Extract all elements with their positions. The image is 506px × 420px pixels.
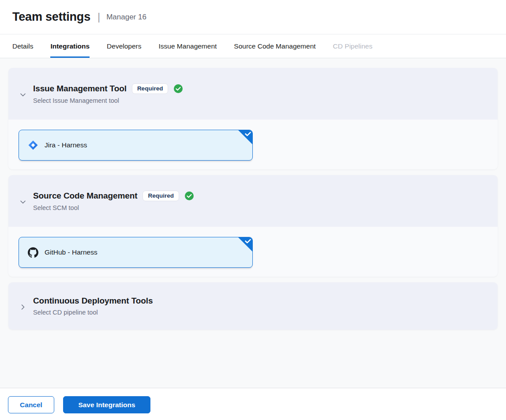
tab-integrations[interactable]: Integrations [50, 34, 90, 58]
section-subtitle: Select SCM tool [33, 204, 194, 211]
required-badge: Required [132, 83, 169, 94]
tab-cd-pipelines[interactable]: CD Pipelines [333, 34, 373, 58]
section-cd-header[interactable]: Continuous Deployment Tools Select CD pi… [8, 282, 498, 330]
github-icon [28, 247, 38, 258]
required-badge: Required [142, 191, 179, 202]
tab-source-code-management[interactable]: Source Code Management [234, 34, 315, 58]
cancel-button[interactable]: Cancel [8, 396, 54, 413]
section-issue-management-header[interactable]: Issue Management Tool Required Select Is… [8, 68, 498, 120]
tool-card-jira-harness[interactable]: Jira - Harness [19, 130, 253, 161]
title-separator: | [97, 11, 100, 23]
section-scm-header[interactable]: Source Code Management Required Select S… [8, 175, 498, 227]
section-subtitle: Select CD pipeline tool [33, 309, 153, 316]
chevron-down-icon [19, 91, 27, 99]
section-title: Continuous Deployment Tools [33, 296, 153, 306]
jira-icon [28, 140, 38, 150]
section-issue-management-body: Jira - Harness [8, 120, 498, 169]
tool-label: Jira - Harness [45, 141, 87, 149]
section-issue-management-tool: Issue Management Tool Required Select Is… [8, 68, 498, 169]
section-title: Source Code Management [33, 191, 137, 201]
selected-check-corner-icon [238, 237, 253, 252]
section-continuous-deployment-tools: Continuous Deployment Tools Select CD pi… [8, 282, 498, 330]
chevron-right-icon [19, 303, 27, 311]
check-circle-icon [173, 84, 183, 94]
tool-label: GitHub - Harness [45, 248, 97, 256]
save-integrations-button[interactable]: Save Integrations [63, 396, 150, 413]
tab-bar: Details Integrations Developers Issue Ma… [0, 34, 506, 58]
section-scm-body: GitHub - Harness [8, 227, 498, 277]
section-title: Issue Management Tool [33, 84, 127, 94]
tab-issue-management[interactable]: Issue Management [159, 34, 217, 58]
page-subtitle: Manager 16 [106, 13, 146, 22]
section-source-code-management: Source Code Management Required Select S… [8, 175, 498, 277]
footer-action-bar: Cancel Save Integrations [0, 388, 506, 420]
tool-card-github-harness[interactable]: GitHub - Harness [19, 237, 253, 268]
selected-check-corner-icon [238, 130, 253, 145]
tab-developers[interactable]: Developers [107, 34, 141, 58]
chevron-down-icon [19, 198, 27, 206]
page-title: Team settings [12, 10, 90, 24]
page-header: Team settings | Manager 16 [0, 0, 506, 34]
tab-details[interactable]: Details [12, 34, 33, 58]
integrations-content: Issue Management Tool Required Select Is… [0, 58, 506, 388]
section-subtitle: Select Issue Management tool [33, 97, 183, 104]
check-circle-icon [184, 191, 194, 201]
